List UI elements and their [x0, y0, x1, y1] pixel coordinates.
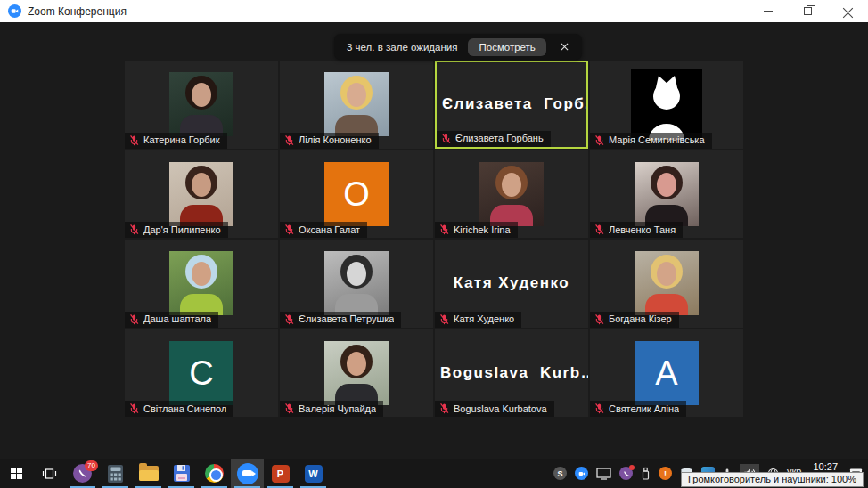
- participant-name-tag: Світлана Синепол: [125, 401, 233, 417]
- muted-mic-icon: [129, 134, 139, 146]
- participant-name-tag: Даша шаптала: [125, 312, 218, 328]
- display-tray-icon[interactable]: [596, 468, 611, 480]
- avatar-letter: A: [635, 341, 699, 405]
- taskbar-zoom-button[interactable]: [231, 459, 264, 488]
- restore-button[interactable]: [788, 0, 828, 22]
- avatar-letter-glyph: A: [655, 356, 677, 390]
- participant-name: Світлана Синепол: [143, 403, 226, 414]
- taskbar-chrome-button[interactable]: [198, 459, 231, 488]
- avatar-photo: [169, 72, 233, 136]
- participant-name: Марія Семигинівська: [609, 134, 705, 145]
- participant-name: Дар'я Пилипенко: [143, 224, 221, 235]
- participant-tile[interactable]: Валерія Чупайда: [280, 329, 433, 418]
- taskbar-powerpoint-button[interactable]: P: [264, 459, 297, 488]
- powerpoint-icon: P: [272, 465, 290, 483]
- participant-name: Boguslava Kurbatova: [454, 403, 547, 414]
- start-button[interactable]: [0, 459, 33, 488]
- muted-mic-icon: [284, 224, 294, 235]
- participant-tile[interactable]: O Оксана Галат: [280, 150, 433, 239]
- windows-taskbar: 70 P W S: [0, 459, 868, 488]
- participant-tile[interactable]: Марія Семигинівська: [590, 61, 743, 149]
- taskbar-calculator-button[interactable]: [99, 459, 132, 488]
- clock[interactable]: 10:27: [809, 461, 841, 472]
- chrome-icon: [205, 464, 224, 483]
- participant-tile[interactable]: Єлизавета Горб… Єлизавета Горбань: [435, 61, 588, 149]
- participant-name: Левченко Таня: [609, 224, 676, 235]
- window-title: Zoom Конференция: [28, 5, 127, 18]
- muted-mic-icon: [439, 224, 449, 235]
- skype-tray-icon[interactable]: S: [553, 467, 567, 480]
- participant-tile[interactable]: Kirichek Irina: [435, 150, 588, 239]
- zoom-tray-icon[interactable]: [575, 467, 588, 480]
- restore-icon: [804, 7, 812, 15]
- participant-name: Даша шаптала: [143, 313, 211, 324]
- participant-tile[interactable]: Левченко Таня: [590, 150, 743, 239]
- banner-close-button[interactable]: [557, 39, 573, 55]
- participant-name: Лілія Кононенко: [299, 134, 372, 145]
- warning-tray-icon[interactable]: !: [659, 467, 672, 480]
- participant-name-tag: Святелик Аліна: [590, 401, 686, 417]
- participant-name-tag: Левченко Таня: [590, 222, 683, 238]
- participant-name-tag: Катерина Горбик: [125, 133, 227, 149]
- muted-mic-icon: [594, 313, 604, 325]
- participant-name-tag: Boguslava Kurbatova: [435, 401, 554, 417]
- participant-name: Оксана Галат: [299, 224, 360, 235]
- muted-mic-icon: [441, 133, 451, 144]
- avatar-photo: [324, 341, 389, 405]
- participant-tile[interactable]: Богдана Кізер: [590, 240, 743, 328]
- taskbar-explorer-button[interactable]: [132, 459, 165, 488]
- participant-name: Kirichek Irina: [454, 224, 511, 235]
- muted-mic-icon: [284, 403, 294, 414]
- windows-logo-icon: [11, 468, 23, 480]
- task-view-button[interactable]: [33, 459, 66, 488]
- participant-tile[interactable]: C Світлана Синепол: [125, 329, 278, 418]
- viber-tray-badge: [629, 465, 635, 470]
- avatar-letter-glyph: O: [343, 177, 370, 211]
- waiting-room-text: 3 чел. в зале ожидания: [347, 42, 457, 53]
- minimize-button[interactable]: [748, 0, 788, 22]
- display-name-text: Катя Худенко: [448, 274, 575, 292]
- participant-name: Валерія Чупайда: [299, 403, 376, 414]
- participant-name-tag: Єлизавета Горбань: [437, 131, 551, 147]
- window-controls: [748, 0, 868, 22]
- participant-tile[interactable]: Катя Худенко Катя Худенко: [435, 240, 588, 328]
- participant-name: Єлизавета Горбань: [455, 133, 544, 143]
- taskbar-word-button[interactable]: W: [297, 459, 330, 488]
- participant-tile[interactable]: Катерина Горбик: [125, 61, 278, 149]
- volume-tooltip: Громкоговоритель и наушники: 100%: [681, 472, 864, 487]
- zoom-app-logo-icon: [8, 4, 21, 18]
- view-waiting-room-button[interactable]: Посмотреть: [468, 38, 545, 56]
- participant-tile[interactable]: Даша шаптала: [125, 240, 278, 328]
- word-icon: W: [305, 465, 323, 483]
- floppy-disk-icon: [173, 464, 191, 483]
- close-button[interactable]: [828, 0, 868, 22]
- taskbar-viber-button[interactable]: 70: [66, 459, 99, 488]
- usb-tray-icon[interactable]: [641, 467, 651, 481]
- avatar-letter-glyph: C: [189, 356, 213, 390]
- minimize-icon: [764, 11, 773, 12]
- banner-close-icon: [561, 43, 569, 51]
- viber-unread-badge: 70: [85, 460, 98, 471]
- viber-tray-icon[interactable]: [619, 467, 633, 480]
- task-view-icon: [42, 468, 57, 480]
- participant-name-tag: Kirichek Irina: [435, 222, 518, 238]
- zoom-icon: [237, 463, 258, 484]
- cat-avatar: [631, 69, 702, 140]
- taskbar-floppy-app-button[interactable]: [165, 459, 198, 488]
- participant-name-tag: Дар'я Пилипенко: [125, 222, 228, 238]
- participant-tile[interactable]: A Святелик Аліна: [590, 329, 743, 418]
- participant-name-tag: Оксана Галат: [280, 222, 367, 238]
- participant-tile[interactable]: Єлизавета Петрушка: [280, 240, 433, 328]
- participant-name-tag: Катя Худенко: [435, 312, 521, 328]
- muted-mic-icon: [439, 403, 449, 414]
- muted-mic-icon: [594, 134, 604, 146]
- participant-tile[interactable]: Лілія Кононенко: [280, 61, 433, 149]
- window-titlebar: Zoom Конференция: [0, 0, 868, 22]
- muted-mic-icon: [284, 134, 294, 146]
- muted-mic-icon: [594, 224, 604, 235]
- participant-tile[interactable]: Дар'я Пилипенко: [125, 150, 278, 239]
- participant-tile[interactable]: Boguslava Kurb… Boguslava Kurbatova: [435, 329, 588, 418]
- muted-mic-icon: [439, 313, 449, 325]
- calculator-icon: [107, 464, 124, 484]
- participant-name-tag: Валерія Чупайда: [280, 401, 383, 417]
